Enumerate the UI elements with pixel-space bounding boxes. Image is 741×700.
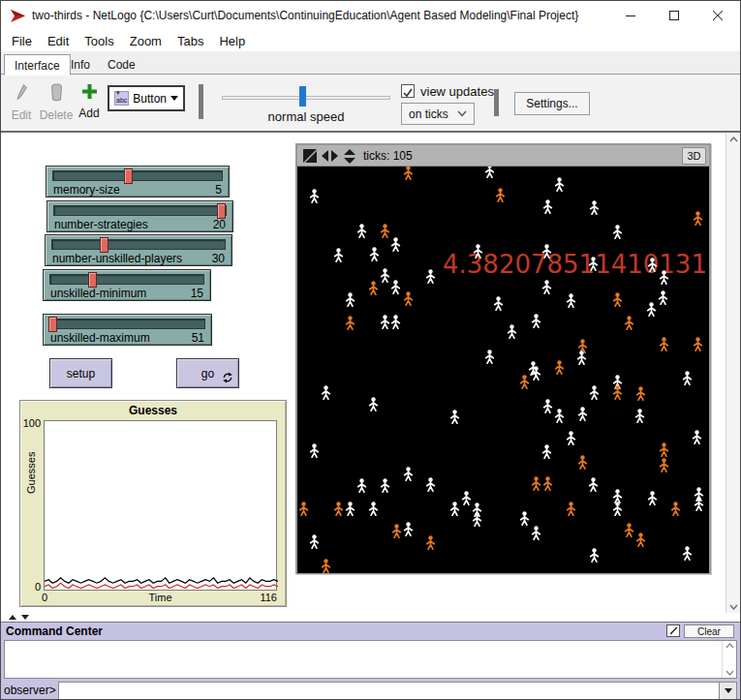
scroll-up-icon[interactable]	[729, 137, 738, 142]
clear-button[interactable]: Clear	[684, 624, 734, 638]
slider-track[interactable]	[51, 239, 226, 250]
slider-value: 15	[191, 287, 203, 300]
menu-file[interactable]: File	[4, 32, 40, 50]
slider-thumb[interactable]	[88, 272, 97, 288]
slider-unskilled-maximum[interactable]: unskilled-maximum51	[43, 314, 212, 346]
world-canvas[interactable]: 4.382078511410131	[297, 167, 709, 573]
settings-button[interactable]: Settings...	[514, 92, 590, 115]
edit-widget-button[interactable]: Edit	[7, 83, 36, 122]
person-agent	[577, 339, 588, 353]
menu-edit[interactable]: Edit	[40, 32, 77, 50]
three-d-button[interactable]: 3D	[682, 147, 706, 165]
tab-interface[interactable]: Interface	[4, 54, 71, 76]
menu-tabs[interactable]: Tabs	[170, 32, 211, 50]
person-agent	[612, 292, 623, 307]
person-agent	[634, 409, 645, 423]
reset-perspective-icon[interactable]	[303, 149, 317, 163]
person-agent	[531, 314, 541, 328]
slider-value: 20	[213, 218, 226, 231]
person-agent	[554, 177, 565, 192]
world-view-header: ticks: 105 3D	[297, 145, 709, 167]
menu-zoom[interactable]: Zoom	[122, 32, 170, 50]
person-agent	[403, 167, 414, 180]
person-agent	[368, 281, 379, 295]
splitter-down-icon[interactable]	[21, 615, 29, 620]
slider-thumb[interactable]	[100, 237, 108, 253]
person-agent	[321, 385, 331, 400]
command-center-splitter[interactable]	[1, 614, 740, 622]
slider-label: unskilled-maximum	[50, 331, 150, 345]
menu-help[interactable]: Help	[211, 32, 253, 50]
slider-number-strategies[interactable]: number-strategies20	[46, 200, 233, 232]
slider-thumb[interactable]	[217, 203, 226, 219]
title-bar[interactable]: two-thirds - NetLogo {C:\Users\Curt\Docu…	[1, 1, 740, 30]
history-dropdown-button[interactable]	[720, 682, 737, 700]
person-agent	[531, 526, 541, 540]
person-agent	[659, 337, 669, 351]
command-input[interactable]	[58, 682, 720, 700]
person-agent	[670, 502, 681, 516]
dropdown-arrow-icon	[725, 688, 732, 693]
minimize-button[interactable]	[609, 1, 653, 30]
guesses-plot: Guesses 100 0 Guesses 0 Time 116	[19, 400, 287, 607]
person-agent	[577, 455, 588, 470]
person-agent	[624, 316, 634, 330]
delete-widget-button[interactable]: Delete	[36, 83, 77, 122]
add-widget-button[interactable]: Add	[75, 83, 104, 120]
command-center-title: Command Center	[6, 624, 103, 638]
slider-value: 5	[215, 183, 222, 197]
ticks-counter: ticks: 105	[363, 149, 413, 163]
person-agent	[682, 371, 693, 385]
vertical-arrows-icon[interactable]	[343, 149, 356, 164]
netlogo-logo-icon	[10, 8, 26, 28]
splitter-up-icon[interactable]	[9, 615, 16, 620]
output-scrollbar[interactable]	[722, 641, 736, 678]
person-agent	[542, 476, 553, 491]
x-tick-max: 116	[260, 592, 277, 603]
slider-track[interactable]	[49, 319, 205, 329]
go-button[interactable]: go	[176, 358, 239, 388]
add-label: Add	[75, 107, 104, 120]
person-agent	[554, 409, 565, 423]
menu-tools[interactable]: Tools	[77, 32, 121, 50]
tab-code[interactable]: Code	[98, 54, 145, 76]
edit-label: Edit	[7, 108, 36, 122]
person-agent	[356, 478, 367, 493]
slider-number-unskilled-players[interactable]: number-unskilled-players30	[45, 234, 232, 266]
scroll-down-icon[interactable]	[729, 604, 738, 610]
scroll-up-icon[interactable]	[726, 643, 734, 649]
speed-slider-track[interactable]	[222, 96, 390, 100]
slider-label: memory-size	[53, 183, 120, 197]
slider-track[interactable]	[53, 205, 227, 216]
person-agent	[472, 512, 482, 527]
scroll-down-icon[interactable]	[726, 670, 734, 676]
widget-type-dropdown[interactable]: abc Button	[108, 85, 185, 111]
command-input-row: observer>	[4, 681, 737, 700]
slider-unskilled-minimum[interactable]: unskilled-minimum15	[43, 269, 211, 301]
y-axis-label: Guesses	[25, 452, 37, 494]
slider-memory-size[interactable]: memory-size5	[46, 166, 230, 198]
button-widget-icon: abc	[114, 91, 129, 106]
vertical-scrollbar[interactable]	[726, 134, 741, 613]
person-agent	[589, 548, 600, 563]
person-agent	[694, 487, 704, 502]
person-agent	[403, 522, 414, 536]
slider-thumb[interactable]	[48, 317, 57, 332]
close-button[interactable]	[696, 1, 740, 30]
horizontal-arrows-icon[interactable]	[322, 149, 338, 163]
slider-track[interactable]	[49, 274, 204, 285]
view-updates-checkbox[interactable]	[401, 84, 415, 98]
person-agent	[449, 502, 460, 516]
popout-icon[interactable]	[666, 624, 680, 637]
person-agent	[542, 399, 553, 413]
command-output[interactable]	[4, 640, 737, 679]
plot-area	[44, 420, 277, 591]
maximize-button[interactable]	[653, 1, 696, 30]
person-agent	[647, 491, 658, 505]
setup-button[interactable]: setup	[49, 358, 112, 388]
update-mode-dropdown[interactable]: on ticks	[401, 103, 475, 125]
speed-slider-thumb[interactable]	[299, 86, 306, 107]
slider-track[interactable]	[52, 170, 223, 181]
person-agent	[541, 444, 552, 459]
slider-thumb[interactable]	[124, 168, 133, 184]
